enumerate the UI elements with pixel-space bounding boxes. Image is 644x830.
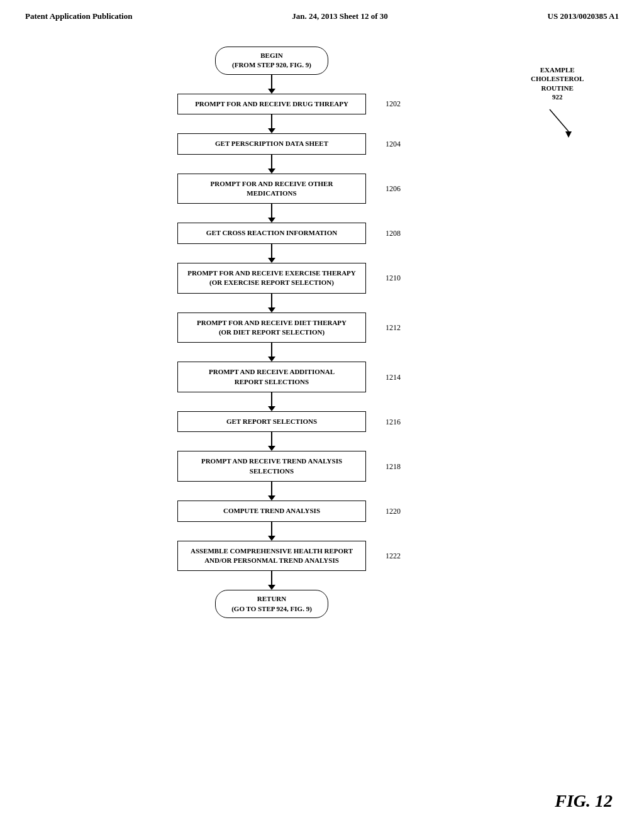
page-header: Patent Application Publication Jan. 24, …: [0, 0, 644, 28]
arrow-head: [268, 357, 275, 362]
step-1214: PROMPT AND RECEIVE ADDITIONAL REPORT SEL…: [177, 362, 366, 392]
step-1214-num: 1214: [386, 372, 401, 382]
step-1204-row: GET PERSCRIPTION DATA SHEET 1204: [177, 133, 366, 154]
header-left: Patent Application Publication: [25, 11, 132, 21]
arrow-5: [268, 244, 275, 263]
arrow-head: [268, 218, 275, 223]
arrow-7: [268, 343, 275, 362]
step-1216-num: 1216: [386, 417, 401, 426]
start-node: BEGIN (FROM STEP 920, FIG. 9): [215, 47, 328, 75]
side-annotation: EXAMPLE CHOLESTEROL ROUTINE 922: [518, 40, 619, 618]
arrow-2: [268, 114, 275, 133]
step-1202-text: PROMPT FOR AND RECEIVE DRUG THREAPY: [195, 100, 348, 108]
arrow-head: [268, 406, 275, 411]
arrow-line: [271, 571, 272, 585]
step-1214-text: PROMPT AND RECEIVE ADDITIONAL REPORT SEL…: [209, 368, 335, 385]
svg-line-0: [550, 109, 569, 131]
fig-label: FIG. 12: [555, 791, 613, 811]
arrow-line: [271, 204, 272, 218]
step-1206-row: PROMPT FOR AND RECEIVE OTHER MEDICATIONS…: [177, 174, 366, 204]
arrow-head: [268, 446, 275, 451]
step-1204: GET PERSCRIPTION DATA SHEET: [177, 133, 366, 154]
arrow-10: [268, 482, 275, 501]
arrow-line: [271, 114, 272, 128]
step-1210-text: PROMPT FOR AND RECEIVE EXERCISE THERAPY …: [187, 269, 356, 286]
arrow-line: [271, 75, 272, 89]
step-1222-row: ASSEMBLE COMPREHENSIVE HEALTH REPORT AND…: [177, 541, 366, 572]
arrow-line: [271, 392, 272, 406]
step-1212-text: PROMPT FOR AND RECEIVE DIET THERAPY (OR …: [197, 319, 347, 336]
step-1210: PROMPT FOR AND RECEIVE EXERCISE THERAPY …: [177, 263, 366, 294]
step-1220-text: COMPUTE TREND ANALYSIS: [223, 507, 320, 514]
arrow-3: [268, 155, 275, 174]
end-node-row: RETURN (GO TO STEP 924, FIG. 9): [215, 590, 328, 618]
arrow-12: [268, 571, 275, 590]
step-1210-num: 1210: [386, 274, 401, 283]
arrow-line: [271, 244, 272, 258]
annotation-arrow: [543, 106, 581, 140]
step-1202: PROMPT FOR AND RECEIVE DRUG THREAPY: [177, 94, 366, 114]
step-1204-num: 1204: [386, 139, 401, 148]
arrow-9: [268, 432, 275, 451]
end-label: RETURN (GO TO STEP 924, FIG. 9): [231, 595, 312, 612]
step-1218-num: 1218: [386, 462, 401, 471]
step-1210-row: PROMPT FOR AND RECEIVE EXERCISE THERAPY …: [177, 263, 366, 294]
end-node: RETURN (GO TO STEP 924, FIG. 9): [215, 590, 328, 618]
header-right: US 2013/0020385 A1: [548, 11, 619, 21]
annotation-text: EXAMPLE CHOLESTEROL ROUTINE 922: [531, 65, 584, 101]
arrow-line: [271, 343, 272, 357]
step-1218: PROMPT AND RECEIVE TREND ANALYSIS SELECT…: [177, 451, 366, 482]
arrow-line: [271, 155, 272, 169]
arrow-11: [268, 522, 275, 541]
step-1216-row: GET REPORT SELECTIONS 1216: [177, 411, 366, 432]
arrow-1: [268, 75, 275, 94]
step-1206-text: PROMPT FOR AND RECEIVE OTHER MEDICATIONS: [211, 180, 333, 197]
step-1208-text: GET CROSS REACTION INFORMATION: [206, 229, 337, 236]
arrow-head: [268, 307, 275, 313]
arrow-6: [268, 294, 275, 313]
arrow-line: [271, 482, 272, 495]
arrow-line: [271, 294, 272, 307]
arrow-line: [271, 522, 272, 536]
step-1212-num: 1212: [386, 323, 401, 332]
arrow-head: [268, 585, 275, 590]
step-1218-text: PROMPT AND RECEIVE TREND ANALYSIS SELECT…: [201, 457, 342, 474]
step-1212-row: PROMPT FOR AND RECEIVE DIET THERAPY (OR …: [177, 313, 366, 343]
step-1206-num: 1206: [386, 184, 401, 193]
start-node-row: BEGIN (FROM STEP 920, FIG. 9): [215, 47, 328, 75]
step-1212: PROMPT FOR AND RECEIVE DIET THERAPY (OR …: [177, 313, 366, 343]
main-content: BEGIN (FROM STEP 920, FIG. 9) PROMPT FOR…: [0, 28, 644, 631]
arrow-head: [268, 536, 275, 541]
step-1208-row: GET CROSS REACTION INFORMATION 1208: [177, 223, 366, 243]
header-center: Jan. 24, 2013 Sheet 12 of 30: [292, 11, 387, 21]
arrow-head: [268, 169, 275, 174]
step-1220-num: 1220: [386, 506, 401, 516]
step-1208: GET CROSS REACTION INFORMATION: [177, 223, 366, 243]
step-1204-text: GET PERSCRIPTION DATA SHEET: [215, 140, 328, 147]
step-1222-text: ASSEMBLE COMPREHENSIVE HEALTH REPORT AND…: [191, 547, 353, 564]
step-1222: ASSEMBLE COMPREHENSIVE HEALTH REPORT AND…: [177, 541, 366, 572]
start-label: BEGIN (FROM STEP 920, FIG. 9): [232, 52, 311, 69]
step-1202-row: PROMPT FOR AND RECEIVE DRUG THREAPY 1202: [177, 94, 366, 114]
step-1206: PROMPT FOR AND RECEIVE OTHER MEDICATIONS: [177, 174, 366, 204]
svg-marker-1: [565, 131, 572, 138]
step-1208-num: 1208: [386, 229, 401, 238]
step-1214-row: PROMPT AND RECEIVE ADDITIONAL REPORT SEL…: [177, 362, 366, 392]
arrow-head: [268, 89, 275, 94]
step-1218-row: PROMPT AND RECEIVE TREND ANALYSIS SELECT…: [177, 451, 366, 482]
step-1216: GET REPORT SELECTIONS: [177, 411, 366, 432]
arrow-head: [268, 128, 275, 133]
arrow-head: [268, 495, 275, 501]
step-1202-num: 1202: [386, 99, 401, 109]
step-1220: COMPUTE TREND ANALYSIS: [177, 501, 366, 521]
step-1220-row: COMPUTE TREND ANALYSIS 1220: [177, 501, 366, 521]
flowchart-area: BEGIN (FROM STEP 920, FIG. 9) PROMPT FOR…: [25, 40, 518, 618]
step-1222-num: 1222: [386, 551, 401, 561]
arrow-4: [268, 204, 275, 223]
step-1216-text: GET REPORT SELECTIONS: [226, 418, 317, 425]
arrow-head: [268, 258, 275, 263]
arrow-line: [271, 432, 272, 446]
arrow-8: [268, 392, 275, 411]
